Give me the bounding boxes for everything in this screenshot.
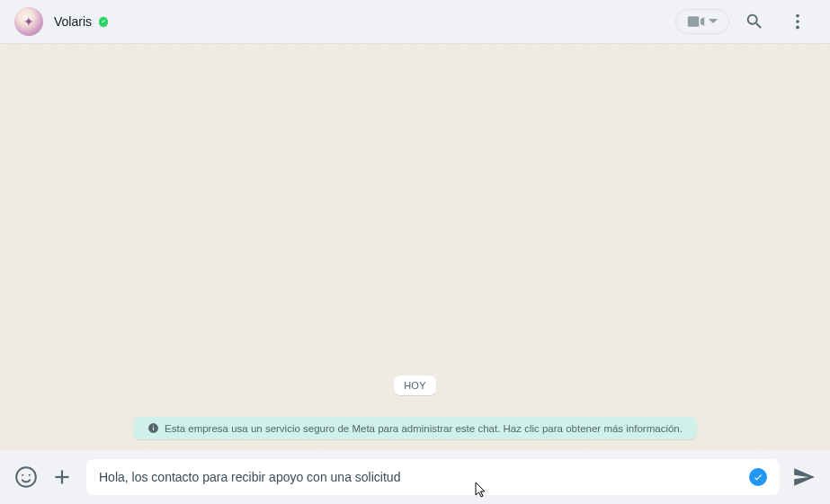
send-button[interactable] xyxy=(792,465,816,489)
svg-point-7 xyxy=(16,467,36,487)
composer xyxy=(0,450,830,504)
message-input[interactable] xyxy=(99,470,742,484)
info-icon xyxy=(147,422,159,434)
svg-point-3 xyxy=(796,26,799,30)
send-icon xyxy=(792,465,816,489)
chevron-down-icon xyxy=(709,19,718,24)
svg-point-2 xyxy=(796,20,799,23)
video-icon xyxy=(687,15,705,28)
emoji-icon xyxy=(14,465,38,489)
svg-rect-0 xyxy=(688,16,700,27)
svg-point-6 xyxy=(153,425,154,426)
verified-icon xyxy=(97,15,110,28)
menu-button[interactable] xyxy=(780,4,816,40)
more-vertical-icon xyxy=(788,12,808,31)
svg-rect-5 xyxy=(153,427,154,430)
info-banner-text: Esta empresa usa un servicio seguro de M… xyxy=(165,423,683,434)
meta-info-banner[interactable]: Esta empresa usa un servicio seguro de M… xyxy=(133,417,697,439)
plus-icon xyxy=(50,465,74,489)
check-icon xyxy=(753,472,763,482)
svg-point-1 xyxy=(796,14,799,18)
chat-header: Volaris xyxy=(0,0,830,44)
search-button[interactable] xyxy=(736,4,772,40)
date-separator: HOY xyxy=(394,376,436,395)
input-confirm-badge[interactable] xyxy=(749,468,767,486)
emoji-button[interactable] xyxy=(14,465,38,489)
svg-point-8 xyxy=(22,474,23,476)
search-icon xyxy=(745,12,764,31)
attach-button[interactable] xyxy=(50,465,74,489)
chat-messages-area: HOY Esta empresa usa un servicio seguro … xyxy=(0,44,830,450)
header-actions xyxy=(675,4,816,40)
contact-name[interactable]: Volaris xyxy=(54,14,92,29)
video-call-button[interactable] xyxy=(675,9,729,34)
contact-avatar[interactable] xyxy=(14,7,43,36)
message-input-container xyxy=(86,459,780,495)
svg-point-9 xyxy=(29,474,31,476)
